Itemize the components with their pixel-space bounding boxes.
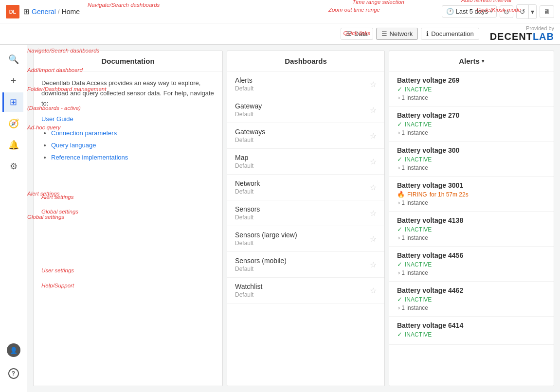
dashboards-icon: ⊞ [10,97,17,107]
ann-help-inline: Help/Support [41,281,215,291]
dashboard-alerts-info: Alerts Default [235,76,253,92]
quicklink-documentation-label: Documentation [431,30,473,37]
alerts-panel-header[interactable]: Alerts ▾ [389,51,554,71]
alerts-panel: Alerts ▾ Battery voltage 269 ✓ INACTIVE … [389,51,554,386]
alert-4138-name: Battery voltage 4138 [397,216,546,224]
alert-item-300: Battery voltage 300 ✓ INACTIVE › 1 insta… [389,142,554,177]
dashboard-sensors-star[interactable]: ☆ [370,209,377,218]
dashboard-item-map[interactable]: Map Default ☆ [227,149,384,175]
dashboard-watchlist-star[interactable]: ☆ [370,286,377,295]
dashboard-map-folder: Default [235,162,253,169]
dashboard-gateways-folder: Default [235,137,265,143]
alert-300-instance[interactable]: › 1 instance [397,164,546,171]
alert-item-4138: Battery voltage 4138 ✓ INACTIVE › 1 inst… [389,212,554,247]
alert-4138-instance[interactable]: › 1 instance [397,234,546,241]
refresh-dropdown[interactable]: ▾ [529,6,536,18]
dashboard-sensors-large-info: Sensors (large view) Default [235,231,297,247]
dashboard-gateways-name: Gateways [235,128,265,136]
alert-300-name: Battery voltage 300 [397,146,546,154]
dashboard-watchlist-info: Watchlist Default [235,283,262,298]
breadcrumb-home: Home [62,8,80,16]
dashboard-sensors-mobile-star[interactable]: ☆ [370,260,377,269]
dashboard-item-watchlist[interactable]: Watchlist Default ☆ [227,278,384,303]
dashboard-item-sensors[interactable]: Sensors Default ☆ [227,200,384,226]
quicklink-documentation-button[interactable]: ℹ Documentation [421,28,479,40]
dashboard-sensors-large-star[interactable]: ☆ [370,234,377,244]
dashboard-map-name: Map [235,154,253,161]
user-guide-link[interactable]: User Guide [41,114,215,125]
app-container: DL ⊞ General / Home Navigate/Search dash… [0,0,560,392]
sidebar-item-dashboards[interactable]: ⊞ [2,92,23,112]
dashboards-title: Dashboards [285,57,327,65]
reference-implementations-link[interactable]: Reference implementations [51,154,128,161]
alert-6414-status: ✓ INACTIVE [397,331,546,338]
refresh-button[interactable]: ↺ [517,6,528,18]
sidebar-item-settings[interactable]: ⚙ [4,157,23,176]
breadcrumb-general[interactable]: General [32,8,56,16]
alert-3001-instance[interactable]: › 1 instance [397,199,546,206]
quicklink-network-label: Network [390,30,413,37]
info-icon: ℹ [426,30,429,37]
sidebar-item-alerts[interactable]: 🔔 [4,135,23,155]
dashboard-network-star[interactable]: ☆ [370,183,377,192]
alert-269-instance[interactable]: › 1 instance [397,94,546,101]
alert-4456-status: ✓ INACTIVE [397,261,546,268]
alert-270-instance[interactable]: › 1 instance [397,129,546,136]
dashboard-map-star[interactable]: ☆ [370,157,377,166]
alert-270-status-text: INACTIVE [405,121,432,128]
dashboard-gateway-star[interactable]: ☆ [370,106,377,115]
dashboard-item-gateways[interactable]: Gateways Default ☆ [227,123,384,149]
check-icon-269: ✓ [397,86,402,93]
check-icon-270: ✓ [397,121,402,128]
alert-4462-instance[interactable]: › 1 instance [397,304,546,311]
dashboard-watchlist-folder: Default [235,291,262,298]
dashboard-item-gateway[interactable]: Gateway Default ☆ [227,97,384,123]
documentation-panel-header: Documentation [34,51,222,71]
dashboard-gateway-name: Gateway [235,102,262,110]
kiosk-button[interactable]: 🖥 [540,5,554,18]
dashboard-item-sensors-large[interactable]: Sensors (large view) Default ☆ [227,226,384,252]
brand-area: Provided by DECENTLAB [490,25,554,42]
help-icon: ? [8,368,19,379]
alert-269-status: ✓ INACTIVE [397,86,546,93]
connection-parameters-link[interactable]: Connection parameters [51,129,117,137]
sidebar-item-help[interactable]: ? [4,364,23,383]
dashboard-network-info: Network Default [235,179,260,195]
alert-4138-status: ✓ INACTIVE [397,226,546,233]
ann-global-settings-inline: Global settings [41,207,215,217]
clock-icon: 🕐 [446,8,454,15]
explore-icon: 🧭 [8,118,19,129]
alert-list: Battery voltage 269 ✓ INACTIVE › 1 insta… [389,71,554,386]
zoom-out-button[interactable]: ⊖ [500,5,513,18]
dashboard-alerts-folder: Default [235,85,253,92]
sidebar: Navigate/Search dashboards Add/Import da… [0,45,27,392]
network-icon: ☰ [381,30,387,37]
plus-icon: + [11,75,17,87]
quicklink-data-button[interactable]: ☰ Data [341,28,373,40]
time-range-button[interactable]: 🕐 Last 5 days ▾ [442,5,497,18]
alert-item-4456: Battery voltage 4456 ✓ INACTIVE › 1 inst… [389,247,554,282]
alert-4462-status: ✓ INACTIVE [397,296,546,303]
alert-269-status-text: INACTIVE [405,86,432,93]
sidebar-item-search[interactable]: 🔍 [4,50,23,69]
header-row-1: DL ⊞ General / Home Navigate/Search dash… [0,0,560,23]
dashboard-sensors-name: Sensors [235,205,260,213]
sidebar-item-user[interactable]: 👤 [4,340,23,360]
dashboard-gateways-star[interactable]: ☆ [370,131,377,141]
provided-by-text: Provided by [526,25,554,31]
dashboard-item-sensors-mobile[interactable]: Sensors (mobile) Default ☆ [227,252,384,278]
quicklink-network-button[interactable]: ☰ Network [376,28,418,40]
sidebar-item-add[interactable]: + [4,71,23,90]
dashboard-sensors-mobile-name: Sensors (mobile) [235,257,287,265]
query-language-link[interactable]: Query language [51,142,96,149]
dashboards-panel: Dashboards Alerts Default ☆ Gateway Defa [227,51,385,386]
alert-4456-instance[interactable]: › 1 instance [397,269,546,276]
sidebar-item-explore[interactable]: 🧭 [4,114,23,133]
dashboard-item-alerts[interactable]: Alerts Default ☆ [227,71,384,97]
check-icon-300: ✓ [397,156,402,163]
dashboard-alerts-star[interactable]: ☆ [370,80,377,89]
dashboard-item-network[interactable]: Network Default ☆ [227,175,384,200]
monitor-icon: 🖥 [543,8,550,16]
alert-4462-status-text: INACTIVE [405,296,432,303]
quicklink-data-label: Data [354,30,367,37]
